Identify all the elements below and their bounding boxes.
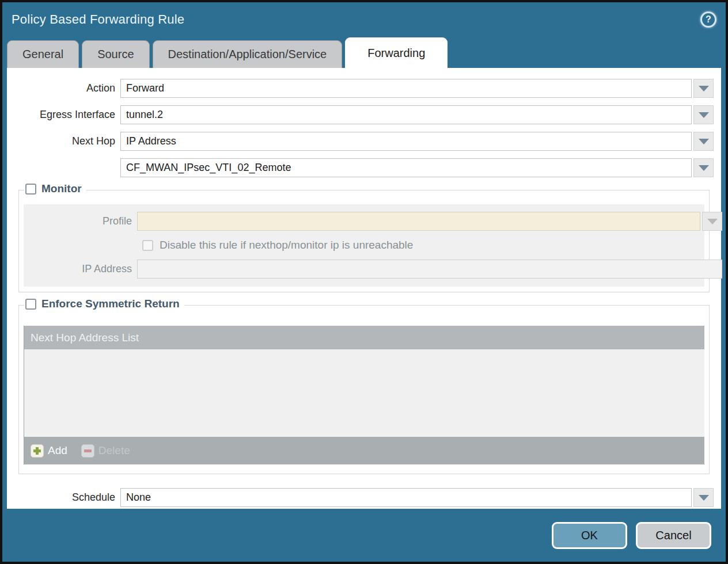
tab-general[interactable]: General: [7, 40, 79, 68]
profile-dropdown-value: [137, 212, 700, 231]
egress-interface-dropdown-button[interactable]: [693, 105, 714, 124]
disable-rule-row: Disable this rule if nexthop/monitor ip …: [142, 239, 704, 251]
dialog-titlebar: Policy Based Forwarding Rule ?: [2, 2, 726, 37]
egress-interface-label: Egress Interface: [7, 109, 120, 121]
minus-icon: [81, 444, 94, 458]
dialog-footer: OK Cancel: [2, 509, 726, 562]
egress-interface-row: Egress Interface tunnel.2: [7, 105, 721, 124]
profile-dropdown-button: [702, 212, 722, 231]
enforce-legend-label: Enforce Symmetric Return: [41, 298, 180, 310]
monitor-legend: Monitor: [24, 182, 86, 195]
help-icon[interactable]: ?: [700, 12, 716, 28]
profile-label: Profile: [24, 215, 137, 227]
add-button[interactable]: Add: [31, 444, 67, 458]
schedule-label: Schedule: [7, 491, 120, 504]
cancel-button[interactable]: Cancel: [636, 522, 711, 549]
next-hop-dropdown-button[interactable]: [693, 132, 714, 151]
tab-destination-application-service[interactable]: Destination/Application/Service: [153, 40, 343, 68]
dialog-title: Policy Based Forwarding Rule: [12, 12, 184, 27]
policy-based-forwarding-dialog: Policy Based Forwarding Rule ? General S…: [0, 0, 728, 564]
table-footer: Add Delete: [24, 437, 704, 464]
dropdown-arrow-icon: [707, 219, 718, 224]
profile-row: Profile: [24, 212, 704, 231]
egress-interface-dropdown-value[interactable]: tunnel.2: [120, 105, 692, 124]
disable-rule-label: Disable this rule if nexthop/monitor ip …: [160, 239, 413, 251]
add-button-label: Add: [48, 444, 67, 457]
action-row: Action Forward: [7, 79, 721, 98]
next-hop-dropdown-value[interactable]: IP Address: [120, 132, 692, 151]
monitor-section: Monitor Profile Disable this rule if nex…: [18, 190, 710, 292]
table-header: Next Hop Address List: [24, 326, 704, 349]
disable-rule-checkbox: [142, 240, 153, 251]
dropdown-arrow-icon: [699, 139, 709, 144]
next-hop-address-row: CF_MWAN_IPsec_VTI_02_Remote: [7, 158, 721, 177]
tab-source[interactable]: Source: [82, 40, 149, 68]
monitor-ip-address-input: [137, 260, 722, 279]
next-hop-address-dropdown-value[interactable]: CF_MWAN_IPsec_VTI_02_Remote: [120, 158, 692, 177]
action-label: Action: [7, 82, 120, 94]
next-hop-row: Next Hop IP Address: [7, 132, 721, 151]
monitor-panel: Profile Disable this rule if nexthop/mon…: [24, 204, 704, 287]
plus-icon: [31, 444, 44, 458]
enforce-symmetric-return-checkbox[interactable]: [25, 299, 36, 310]
next-hop-label: Next Hop: [7, 135, 120, 147]
monitor-ip-address-label: IP Address: [24, 263, 137, 275]
next-hop-address-dropdown-button[interactable]: [693, 158, 714, 177]
monitor-legend-label: Monitor: [41, 182, 82, 195]
dropdown-arrow-icon: [699, 495, 709, 501]
delete-button: Delete: [81, 444, 130, 458]
monitor-ip-address-row: IP Address: [24, 260, 704, 279]
dropdown-arrow-icon: [699, 165, 709, 171]
delete-button-label: Delete: [98, 444, 130, 457]
enforce-legend: Enforce Symmetric Return: [24, 298, 184, 310]
schedule-dropdown-value[interactable]: None: [120, 488, 692, 507]
schedule-dropdown-button[interactable]: [693, 488, 714, 507]
monitor-checkbox[interactable]: [25, 184, 36, 195]
ok-button[interactable]: OK: [552, 522, 627, 549]
dropdown-arrow-icon: [699, 112, 709, 118]
forwarding-tab-panel: Action Forward Egress Interface tunnel.2…: [7, 68, 721, 509]
next-hop-address-list-table: Next Hop Address List Add Delete: [24, 326, 704, 464]
table-body[interactable]: [24, 349, 704, 437]
enforce-symmetric-return-section: Enforce Symmetric Return Next Hop Addres…: [18, 305, 710, 474]
action-dropdown-button[interactable]: [693, 79, 714, 98]
tab-bar: General Source Destination/Application/S…: [2, 37, 726, 68]
tab-forwarding[interactable]: Forwarding: [345, 37, 448, 68]
action-dropdown-value[interactable]: Forward: [120, 79, 692, 98]
dropdown-arrow-icon: [699, 86, 709, 92]
schedule-row: Schedule None: [7, 488, 721, 507]
